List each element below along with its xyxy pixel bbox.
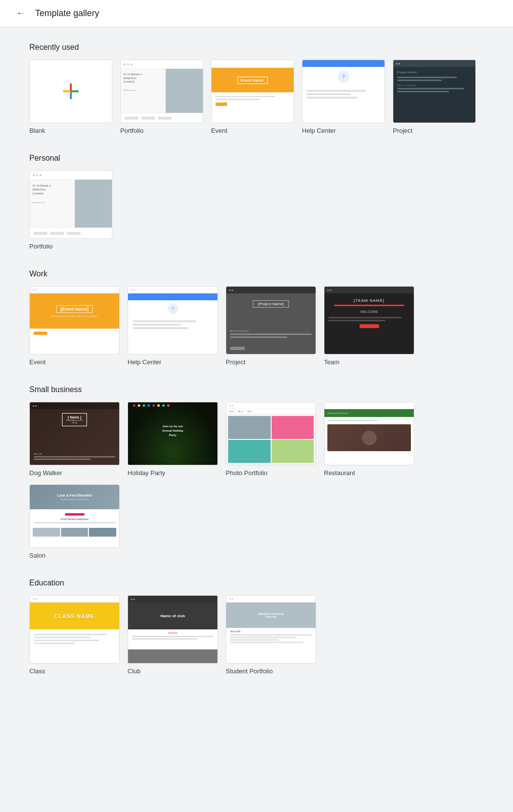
template-portfolio-recent[interactable]: Hi, I'm [Name], a[Role] From[Location] A…	[120, 60, 203, 134]
template-thumb-club[interactable]: Name of club Purpose	[128, 595, 218, 664]
personal-grid: Hi, I'm [Name], a[Role] From[Location] A…	[29, 170, 484, 250]
template-holiday-party[interactable]: Join us for ourAnnual HolidayParty Holid…	[128, 402, 218, 477]
section-personal: Personal Hi, I'm [Name], a[Role] From[Lo…	[29, 154, 484, 250]
template-label-dog-walker: Dog Walker	[29, 469, 120, 477]
template-thumb-class[interactable]: CLASS NAME	[29, 595, 120, 664]
template-label-holiday-party: Holiday Party	[128, 469, 218, 477]
svg-rect-3	[70, 83, 72, 91]
template-thumb-holiday-party[interactable]: Join us for ourAnnual HolidayParty	[128, 402, 218, 465]
template-photo-portfolio[interactable]: HomeAboutWork Photo Portfolio	[226, 402, 316, 477]
work-grid: [Event Name] A three-day summit of talks…	[29, 286, 484, 366]
template-label-team-work: Team	[324, 358, 414, 366]
template-thumb-dog-walker[interactable]: [ Name ] Dog Walking & Pet Sitting About…	[29, 402, 120, 465]
template-label-photo-portfolio: Photo Portfolio	[226, 469, 316, 477]
template-label-project-work: Project	[226, 358, 316, 366]
section-small-business: Small business [ Name ] Dog Walking & Pe…	[29, 385, 484, 559]
template-class[interactable]: CLASS NAME Class	[29, 595, 120, 675]
section-title-recently-used: Recently used	[29, 43, 484, 52]
blank-plus-icon	[59, 60, 83, 123]
template-thumb-helpcenter-recent[interactable]: ?	[302, 60, 385, 123]
template-thumb-photo-portfolio[interactable]: HomeAboutWork	[226, 402, 316, 465]
template-label-event-work: Event	[29, 358, 120, 366]
section-title-personal: Personal	[29, 154, 484, 163]
template-restaurant[interactable]: [Restaurant Name] Restaurant	[324, 402, 414, 477]
template-project-work[interactable]: [Project Name] Mission of the project Pr…	[226, 286, 316, 366]
template-label-event-recent: Event	[211, 127, 294, 134]
svg-rect-2	[63, 90, 71, 92]
template-thumb-blank[interactable]	[29, 60, 112, 123]
section-recently-used: Recently used Blank	[29, 43, 484, 134]
template-label-class: Class	[29, 667, 120, 675]
template-thumb-salon[interactable]: Look & Feel Beautiful The Best Image. Th…	[29, 484, 120, 548]
template-event-work[interactable]: [Event Name] A three-day summit of talks…	[29, 286, 120, 366]
recently-used-grid: Blank Hi, I'm [Name], a[Role] From[Locat…	[29, 60, 484, 134]
main-content: Recently used Blank	[0, 27, 513, 710]
template-salon[interactable]: Look & Feel Beautiful The Best Image. Th…	[29, 484, 120, 559]
template-label-project-recent: Project	[393, 127, 476, 134]
app-header: ← Template gallery	[0, 0, 513, 27]
template-label-blank: Blank	[29, 127, 112, 134]
section-title-work: Work	[29, 270, 484, 278]
template-thumb-project-recent[interactable]: [Project Name] Mission of this project	[393, 60, 476, 123]
section-work: Work [Event Name] A three-day summit of …	[29, 270, 484, 366]
section-education: Education CLASS NAME	[29, 579, 484, 675]
template-label-restaurant: Restaurant	[324, 469, 414, 477]
template-project-recent[interactable]: [Project Name] Mission of this project P…	[393, 60, 476, 134]
template-thumb-restaurant[interactable]: [Restaurant Name]	[324, 402, 414, 465]
template-thumb-project-work[interactable]: [Project Name] Mission of the project	[226, 286, 316, 354]
template-label-club: Club	[128, 667, 218, 675]
template-student-portfolio[interactable]: [Name]'s Learning Journey About Me	[226, 595, 316, 675]
section-title-small-business: Small business	[29, 385, 484, 394]
template-helpcenter-recent[interactable]: ? Help Center	[302, 60, 385, 134]
template-label-student-portfolio: Student Portfolio	[226, 667, 316, 675]
template-helpcenter-work[interactable]: ? Help Center	[128, 286, 218, 366]
template-label-helpcenter-work: Help Center	[128, 358, 218, 366]
template-thumb-helpcenter-work[interactable]: ?	[128, 286, 218, 354]
page-title: Template gallery	[35, 8, 99, 19]
template-thumb-team-work[interactable]: [TEAM NAME] WELCOME	[324, 286, 414, 354]
template-portfolio-personal[interactable]: Hi, I'm [Name], a[Role] From[Location] A…	[29, 170, 112, 250]
template-team-work[interactable]: [TEAM NAME] WELCOME Team	[324, 286, 414, 366]
template-thumb-event-work[interactable]: [Event Name] A three-day summit of talks…	[29, 286, 120, 354]
template-label-portfolio-personal: Portfolio	[29, 243, 112, 250]
template-label-salon: Salon	[29, 552, 120, 559]
template-club[interactable]: Name of club Purpose Club	[128, 595, 218, 675]
template-label-portfolio-recent: Portfolio	[120, 127, 203, 134]
template-thumb-portfolio-personal[interactable]: Hi, I'm [Name], a[Role] From[Location] A…	[29, 170, 112, 239]
template-label-helpcenter-recent: Help Center	[302, 127, 385, 134]
template-thumb-portfolio-recent[interactable]: Hi, I'm [Name], a[Role] From[Location] A…	[120, 60, 203, 123]
template-event-recent[interactable]: Event Name! Event	[211, 60, 294, 134]
small-business-grid: [ Name ] Dog Walking & Pet Sitting About…	[29, 402, 484, 477]
template-dog-walker[interactable]: [ Name ] Dog Walking & Pet Sitting About…	[29, 402, 120, 477]
template-blank[interactable]: Blank	[29, 60, 112, 134]
education-grid: CLASS NAME Class	[29, 595, 484, 675]
template-thumb-student-portfolio[interactable]: [Name]'s Learning Journey About Me	[226, 595, 316, 664]
small-business-grid-row2: Look & Feel Beautiful The Best Image. Th…	[29, 484, 484, 559]
section-title-education: Education	[29, 579, 484, 587]
back-button[interactable]: ←	[12, 5, 29, 22]
template-thumb-event-recent[interactable]: Event Name!	[211, 60, 294, 123]
